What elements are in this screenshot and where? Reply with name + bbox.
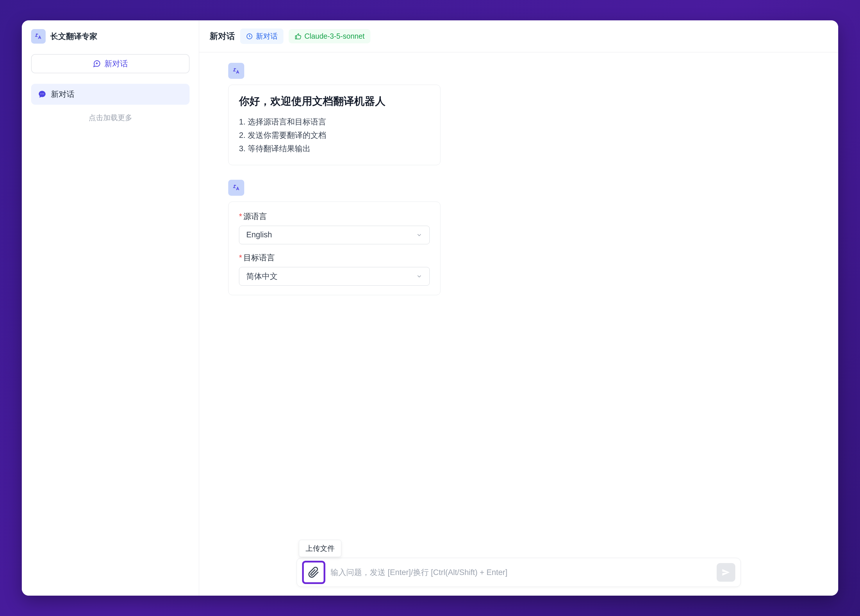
- welcome-title: 你好，欢迎使用文档翻译机器人: [239, 94, 430, 108]
- thumbs-up-icon: [295, 33, 301, 40]
- translate-icon: [232, 184, 240, 192]
- bot-avatar: [228, 63, 244, 79]
- language-form-card: *源语言 English *目标语言 简体中文: [228, 201, 441, 295]
- content-area: 你好，欢迎使用文档翻译机器人 选择源语言和目标语言 发送你需要翻译的文档 等待翻…: [199, 52, 838, 596]
- page-title: 新对话: [210, 31, 235, 42]
- tag-model[interactable]: Claude-3-5-sonnet: [289, 29, 370, 43]
- sidebar: 长文翻译专家 新对话 新对话 点击加载更多: [22, 20, 199, 596]
- input-bar: [297, 558, 741, 587]
- conversation-label: 新对话: [51, 89, 74, 99]
- target-language-value: 简体中文: [246, 271, 278, 281]
- app-window: 长文翻译专家 新对话 新对话 点击加载更多 新对话 新对话: [22, 20, 838, 596]
- welcome-card: 你好，欢迎使用文档翻译机器人 选择源语言和目标语言 发送你需要翻译的文档 等待翻…: [228, 85, 441, 165]
- chat-plus-icon: [93, 60, 101, 68]
- paperclip-icon: [308, 567, 320, 578]
- source-language-select[interactable]: English: [239, 226, 430, 244]
- message-welcome: 你好，欢迎使用文档翻译机器人 选择源语言和目标语言 发送你需要翻译的文档 等待翻…: [228, 63, 809, 165]
- new-chat-button[interactable]: 新对话: [31, 54, 190, 73]
- svg-point-1: [42, 94, 42, 94]
- new-chat-label: 新对话: [104, 58, 128, 69]
- tag-new-conversation[interactable]: 新对话: [240, 28, 284, 44]
- send-button[interactable]: [717, 563, 735, 582]
- upload-tooltip: 上传文件: [299, 540, 341, 557]
- welcome-step: 等待翻译结果输出: [239, 142, 430, 156]
- app-title: 长文翻译专家: [50, 31, 97, 42]
- clock-icon: [246, 33, 253, 40]
- send-icon: [721, 567, 731, 577]
- sidebar-header: 长文翻译专家: [31, 29, 190, 44]
- load-more-button[interactable]: 点击加载更多: [31, 113, 190, 123]
- svg-point-2: [43, 94, 44, 94]
- target-language-select[interactable]: 简体中文: [239, 267, 430, 286]
- target-language-field: *目标语言 简体中文: [239, 253, 430, 286]
- bot-avatar: [228, 180, 244, 196]
- header: 新对话 新对话 Claude-3-5-sonnet: [199, 20, 838, 52]
- attach-file-button[interactable]: [302, 561, 325, 584]
- welcome-step: 发送你需要翻译的文档: [239, 129, 430, 142]
- source-language-field: *源语言 English: [239, 211, 430, 244]
- target-language-label: *目标语言: [239, 253, 430, 263]
- welcome-steps: 选择源语言和目标语言 发送你需要翻译的文档 等待翻译结果输出: [239, 115, 430, 156]
- tag-model-label: Claude-3-5-sonnet: [304, 32, 364, 41]
- source-language-label: *源语言: [239, 211, 430, 222]
- message-form: *源语言 English *目标语言 简体中文: [228, 180, 809, 295]
- chevron-down-icon: [416, 232, 422, 238]
- welcome-step: 选择源语言和目标语言: [239, 115, 430, 129]
- source-language-value: English: [246, 230, 272, 239]
- translate-icon: [232, 67, 240, 75]
- input-bar-wrapper: 上传文件: [297, 558, 741, 587]
- chevron-down-icon: [416, 273, 422, 280]
- tag-new-label: 新对话: [256, 31, 278, 41]
- main-panel: 新对话 新对话 Claude-3-5-sonnet: [199, 20, 838, 596]
- message-input[interactable]: [331, 558, 711, 587]
- translate-icon: [31, 29, 46, 44]
- sidebar-item-conversation[interactable]: 新对话: [31, 84, 190, 105]
- svg-point-0: [41, 94, 41, 94]
- chat-bubble-icon: [38, 90, 46, 98]
